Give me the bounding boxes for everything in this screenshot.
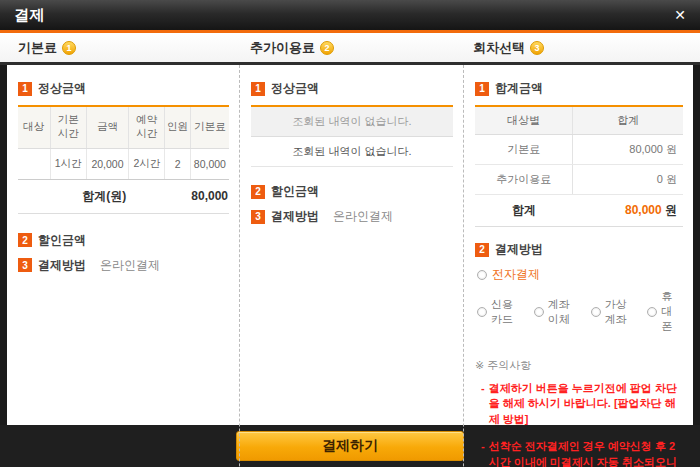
- section-extra-fee: 추가이용료 2: [240, 39, 464, 57]
- basic-fee-table: 대상 기본 시간 금액 예약 시간 인원 기본료 1시간 20,000 2시간 …: [18, 105, 229, 214]
- round-select-column: 1 합계금액 대상별 합계 기본료 80,000 원 추가이용료 0 원 합계: [464, 65, 693, 467]
- radio-bank-transfer-label[interactable]: 계좌이체: [548, 297, 578, 327]
- section-round-select: 회차선택 3: [464, 39, 700, 57]
- cell-reserve-time: 2시간: [129, 148, 165, 179]
- col-persons: 인원: [165, 106, 191, 148]
- col-reserve-time: 예약 시간: [129, 106, 165, 148]
- cell-amount: 20,000: [86, 148, 129, 179]
- empty-data-row: 조회된 내역이 없습니다.: [251, 137, 453, 167]
- notice-auto-cancel: 선착순 전자결제인 경우 예약신청 후 2시간 이내에 미결제시 자동 취소되오…: [489, 439, 683, 467]
- radio-icon[interactable]: [647, 307, 657, 317]
- radio-credit-card[interactable]: 신용카드: [477, 297, 521, 327]
- extra-method-value: 온라인결제: [333, 208, 393, 225]
- bullet-icon: -: [481, 439, 485, 467]
- empty-header-text: 조회된 내역이 없습니다.: [251, 106, 453, 137]
- extra-normal-amount-heading: 1 정상금액: [251, 80, 453, 97]
- col-category: 대상별: [475, 106, 573, 135]
- radio-icon[interactable]: [534, 307, 544, 317]
- extra-empty-table: 조회된 내역이 없습니다. 조회된 내역이 없습니다.: [251, 105, 453, 167]
- total-header-row: 대상별 합계: [475, 106, 683, 135]
- grand-total-amount: 80,000: [625, 203, 662, 217]
- num-3-badge: 3: [18, 258, 32, 272]
- extra-normal-amount-label: 정상금액: [271, 80, 319, 97]
- close-icon[interactable]: ✕: [674, 8, 686, 22]
- pay-method-options: 신용카드 계좌이체 가상계좌 휴대폰: [477, 289, 683, 334]
- row-extra-label: 추가이용료: [475, 165, 573, 195]
- badge-2-icon: 2: [320, 41, 334, 55]
- row-extra-value: 0 원: [573, 165, 683, 195]
- num-1-badge: 1: [475, 82, 489, 96]
- basic-discount-label: 할인금액: [38, 232, 86, 249]
- cell-persons: 2: [165, 148, 191, 179]
- basic-discount-heading: 2 할인금액: [18, 232, 229, 249]
- notice-item: - 결제하기 버튼을 누르기전에 팝업 차단을 해제 하시기 바랍니다. [팝업…: [481, 381, 683, 427]
- row-basic-value: 80,000 원: [573, 135, 683, 165]
- num-2-badge: 2: [475, 243, 489, 257]
- empty-row-text: 조회된 내역이 없습니다.: [251, 137, 453, 167]
- row-basic-label: 기본료: [475, 135, 573, 165]
- cell-base-time: 1시간: [50, 148, 86, 179]
- payment-dialog: 결제 ✕ 기본료 1 추가이용료 2 회차선택 3 1 정상금액 대상: [0, 0, 700, 467]
- num-1-badge: 1: [251, 82, 265, 96]
- empty-header-row: 조회된 내역이 없습니다.: [251, 106, 453, 137]
- table-header-row: 대상 기본 시간 금액 예약 시간 인원 기본료: [18, 106, 229, 148]
- basic-fee-column: 1 정상금액 대상 기본 시간 금액 예약 시간 인원 기본료 1시간 20,0…: [7, 65, 240, 467]
- notice-item: - 선착순 전자결제인 경우 예약신청 후 2시간 이내에 미결제시 자동 취소…: [481, 439, 683, 467]
- extra-discount-heading: 2 할인금액: [251, 183, 453, 200]
- cell-base-fee: 80,000: [190, 148, 229, 179]
- radio-mobile-phone-label[interactable]: 휴대폰: [661, 289, 683, 334]
- radio-icon[interactable]: [591, 307, 601, 317]
- cell-target: [18, 148, 50, 179]
- col-base-time: 기본 시간: [50, 106, 86, 148]
- section-header-band: 기본료 1 추가이용료 2 회차선택 3: [0, 33, 700, 62]
- grand-total-value: 80,000 원: [573, 195, 683, 227]
- num-3-badge: 3: [251, 210, 265, 224]
- notice-title: ※ 주의사항: [475, 358, 683, 373]
- dialog-content: 1 정상금액 대상 기본 시간 금액 예약 시간 인원 기본료 1시간 20,0…: [7, 65, 693, 425]
- total-row-basic: 기본료 80,000 원: [475, 135, 683, 165]
- col-target: 대상: [18, 106, 50, 148]
- radio-bank-transfer[interactable]: 계좌이체: [534, 297, 578, 327]
- notice-popup-block: 결제하기 버튼을 누르기전에 팝업 차단을 해제 하시기 바랍니다. [팝업차단…: [489, 381, 683, 427]
- basic-method-label: 결제방법: [38, 257, 86, 274]
- bullet-icon: -: [481, 381, 485, 427]
- pay-method-heading: 2 결제방법: [475, 241, 683, 258]
- extra-discount-label: 할인금액: [271, 183, 319, 200]
- col-amount: 금액: [86, 106, 129, 148]
- total-amount-heading: 1 합계금액: [475, 80, 683, 97]
- num-2-badge: 2: [18, 233, 32, 247]
- num-2-badge: 2: [251, 185, 265, 199]
- basic-method-heading: 3 결제방법 온라인결제: [18, 257, 229, 274]
- basic-method-value: 온라인결제: [100, 257, 160, 274]
- radio-electronic-payment[interactable]: 전자결제: [477, 266, 683, 283]
- basic-normal-amount-heading: 1 정상금액: [18, 80, 229, 97]
- grand-total-label: 합계: [475, 195, 573, 227]
- total-footer-row: 합계 80,000 원: [475, 195, 683, 227]
- section-basic-fee: 기본료 1: [0, 39, 240, 57]
- extra-fee-column: 1 정상금액 조회된 내역이 없습니다. 조회된 내역이 없습니다. 2 할인금…: [240, 65, 464, 467]
- sum-value: 80,000: [190, 179, 229, 213]
- table-footer-row: 합계(원) 80,000: [18, 179, 229, 213]
- title-bar: 결제 ✕: [0, 0, 700, 30]
- section-extra-fee-label: 추가이용료: [250, 39, 315, 57]
- badge-1-icon: 1: [62, 41, 76, 55]
- pay-method-label: 결제방법: [495, 241, 543, 258]
- radio-virtual-account[interactable]: 가상계좌: [591, 297, 635, 327]
- extra-method-label: 결제방법: [271, 208, 319, 225]
- radio-icon[interactable]: [477, 270, 487, 280]
- sum-label: 합계(원): [18, 179, 190, 213]
- col-total: 합계: [573, 106, 683, 135]
- section-basic-fee-label: 기본료: [18, 39, 57, 57]
- radio-credit-card-label[interactable]: 신용카드: [491, 297, 521, 327]
- radio-virtual-account-label[interactable]: 가상계좌: [605, 297, 635, 327]
- num-1-badge: 1: [18, 82, 32, 96]
- badge-3-icon: 3: [530, 41, 544, 55]
- total-row-extra: 추가이용료 0 원: [475, 165, 683, 195]
- total-table: 대상별 합계 기본료 80,000 원 추가이용료 0 원 합계 80,000 …: [475, 105, 683, 227]
- total-amount-label: 합계금액: [495, 80, 543, 97]
- grand-total-unit: 원: [662, 203, 677, 217]
- extra-method-heading: 3 결제방법 온라인결제: [251, 208, 453, 225]
- radio-electronic-payment-label[interactable]: 전자결제: [492, 266, 540, 283]
- radio-mobile-phone[interactable]: 휴대폰: [647, 289, 683, 334]
- radio-icon[interactable]: [477, 307, 487, 317]
